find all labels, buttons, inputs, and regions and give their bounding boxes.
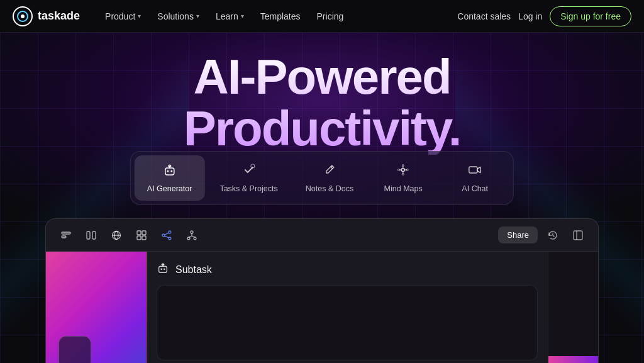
svg-point-29 <box>194 237 196 240</box>
svg-rect-17 <box>92 232 96 239</box>
app-left-panel <box>46 252 147 363</box>
brand-name: taskade <box>38 9 80 23</box>
toolbar-collapse-icon[interactable] <box>568 225 588 245</box>
subtask-title: Subtask <box>175 264 212 276</box>
nav-item-product[interactable]: Product ▾ <box>97 8 148 25</box>
tab-ai-chat[interactable]: AI Chat <box>440 155 509 201</box>
tab-ai-chat-label: AI Chat <box>462 184 488 193</box>
svg-rect-23 <box>142 236 146 240</box>
svg-rect-22 <box>137 236 141 240</box>
subtask-robot-icon <box>157 262 169 277</box>
nav-right: Contact sales Log in Sign up for free <box>457 6 631 26</box>
toolbar-columns-icon[interactable] <box>81 225 101 245</box>
svg-point-2 <box>21 14 25 18</box>
tab-tasks-projects[interactable]: Tasks & Projects <box>207 155 290 201</box>
logo[interactable]: taskade <box>13 6 80 26</box>
svg-point-26 <box>169 237 171 240</box>
svg-rect-3 <box>165 168 174 175</box>
app-main-panel: Subtask <box>147 252 548 363</box>
robot-icon <box>163 163 177 181</box>
left-panel-card <box>58 336 91 363</box>
toolbar-globe-icon[interactable] <box>106 225 126 245</box>
navbar: taskade Product ▾ Solutions ▾ Learn ▾ Te… <box>0 0 644 33</box>
mindmap-icon <box>396 163 410 181</box>
svg-point-11 <box>407 169 409 171</box>
toolbar-grid-icon[interactable] <box>131 225 152 245</box>
toolbar-list-icon[interactable] <box>56 225 76 245</box>
subtask-header: Subtask <box>157 262 538 277</box>
svg-point-12 <box>402 174 404 176</box>
svg-rect-16 <box>87 232 90 239</box>
chevron-down-icon: ▾ <box>241 13 244 20</box>
svg-point-24 <box>169 231 171 233</box>
share-button[interactable]: Share <box>498 226 538 243</box>
nav-item-learn[interactable]: Learn ▾ <box>208 8 252 25</box>
tab-notes-docs-label: Notes & Docs <box>306 184 353 193</box>
svg-point-8 <box>402 169 405 172</box>
contact-sales-link[interactable]: Contact sales <box>457 11 511 21</box>
svg-point-10 <box>398 169 400 171</box>
hero-text: AI-Powered Productivity. <box>102 52 542 155</box>
chevron-down-icon: ▾ <box>138 13 141 20</box>
svg-rect-15 <box>62 236 66 238</box>
feature-tabs: AI Generator Tasks & Projects Notes & Do… <box>130 151 514 205</box>
tab-mind-maps[interactable]: Mind Maps <box>369 155 438 201</box>
right-panel-accent <box>548 356 598 363</box>
video-icon <box>468 163 482 181</box>
logo-icon <box>13 6 33 26</box>
svg-rect-31 <box>159 266 167 272</box>
tab-notes-docs[interactable]: Notes & Docs <box>293 155 366 201</box>
nav-item-solutions[interactable]: Solutions ▾ <box>150 8 207 25</box>
tab-ai-generator-label: AI Generator <box>147 184 192 193</box>
svg-point-28 <box>187 237 190 240</box>
nav-item-pricing[interactable]: Pricing <box>309 8 352 25</box>
toolbar-history-icon[interactable] <box>543 225 563 245</box>
pencil-icon <box>323 163 336 181</box>
app-toolbar: Share <box>46 219 598 252</box>
svg-point-25 <box>162 234 165 237</box>
toolbar-share-icon[interactable] <box>157 225 177 245</box>
subtask-content-area[interactable] <box>157 285 538 360</box>
tab-mind-maps-label: Mind Maps <box>384 184 423 193</box>
svg-point-9 <box>402 165 404 167</box>
svg-point-5 <box>170 170 172 172</box>
svg-rect-30 <box>574 231 582 240</box>
nav-links: Product ▾ Solutions ▾ Learn ▾ Templates … <box>97 8 457 25</box>
svg-rect-21 <box>142 231 146 235</box>
checkmark-icon <box>242 163 256 181</box>
app-content: Subtask <box>46 252 598 363</box>
toolbar-diagram-icon[interactable] <box>182 225 202 245</box>
svg-point-27 <box>191 231 193 233</box>
tab-ai-generator[interactable]: AI Generator <box>135 155 205 201</box>
svg-rect-14 <box>62 232 70 234</box>
svg-rect-20 <box>137 231 141 235</box>
app-preview: Share <box>45 218 599 363</box>
app-right-panel <box>548 252 598 363</box>
svg-point-4 <box>167 170 169 172</box>
nav-item-templates[interactable]: Templates <box>253 8 308 25</box>
svg-point-33 <box>164 268 165 270</box>
login-link[interactable]: Log in <box>518 11 542 21</box>
signup-button[interactable]: Sign up for free <box>550 6 631 26</box>
svg-rect-13 <box>469 167 477 173</box>
hero-section: AI-Powered Productivity. AI Generator <box>0 33 644 363</box>
svg-point-32 <box>160 268 162 270</box>
tab-tasks-projects-label: Tasks & Projects <box>219 184 277 193</box>
chevron-down-icon: ▾ <box>196 13 199 20</box>
hero-headline: AI-Powered Productivity. <box>102 52 542 155</box>
